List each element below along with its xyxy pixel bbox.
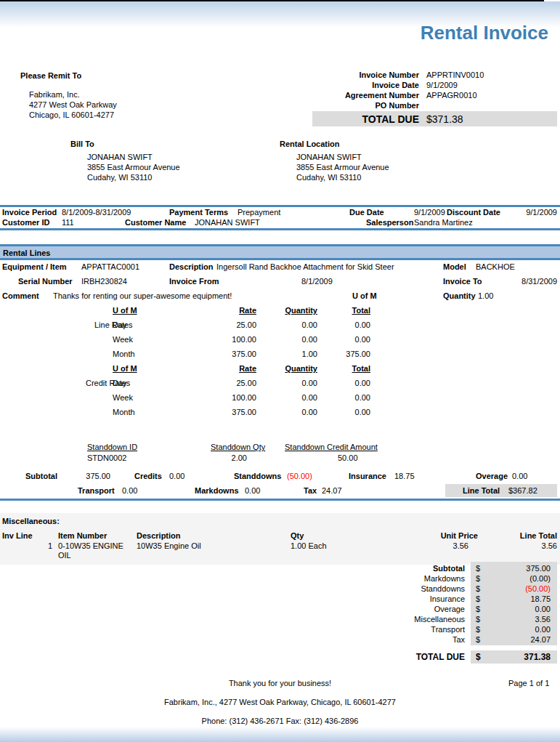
invoice-number-value: APPRTINV0010 (426, 70, 484, 79)
misc-col-description: Description (137, 531, 181, 540)
totals-label: Markdowns (320, 574, 465, 583)
totals-value: 0.00 (479, 605, 551, 613)
rental-lines-section-title: Rental Lines (3, 249, 50, 257)
comment-value: Thanks for renting our super-awesome equ… (53, 291, 232, 300)
misc-col-inv-line: Inv Line (2, 531, 33, 540)
agreement-number-label: Agreement Number (291, 91, 419, 100)
misc-row-inv-line: 1 (29, 541, 52, 550)
remit-company: Fabrikam, Inc. (29, 90, 80, 99)
misc-row-description: 10W35 Engine Oil (137, 541, 201, 550)
misc-col-item-number: Item Number (58, 531, 107, 540)
equipment-item-label: Equipment / Item (2, 262, 67, 271)
credit-rate-qty: 0.00 (267, 408, 317, 416)
credit-rates-col-quantity: Quantity (267, 364, 317, 373)
line-standdowns-label: Standdowns (234, 472, 281, 480)
customer-id-value: 111 (62, 218, 74, 227)
line-rate-qty: 0.00 (267, 320, 317, 329)
customer-id-label: Customer ID (2, 218, 49, 227)
standdown-credit-value: 50.00 (338, 453, 358, 462)
rental-invoice-page: Rental Invoice Please Remit To Fabrikam,… (0, 0, 560, 742)
credit-rates-col-total: Total (320, 364, 370, 373)
standdown-qty-header: Standdown Qty (211, 443, 265, 451)
standdown-credit-header: Standdown Credit Amount (285, 443, 378, 451)
totals-label: Standdowns (320, 584, 465, 593)
serial-number-value: IRBH230824 (81, 277, 127, 286)
totals-value: 0.00 (479, 625, 551, 634)
line-rate-uom: Month (113, 350, 135, 358)
standdown-qty-value: 2.00 (203, 453, 247, 462)
page-number: Page 1 of 1 (508, 679, 549, 687)
totals-label: Insurance (320, 594, 465, 603)
bill-to-city: Cudahy, WI 53110 (87, 173, 152, 182)
totals-value: 24.07 (479, 635, 551, 644)
comment-label: Comment (2, 291, 39, 300)
line-tax-label: Tax (304, 486, 317, 495)
remit-city: Chicago, IL 60601-4277 (29, 110, 114, 119)
bill-to-name: JONAHAN SWIFT (87, 153, 153, 161)
credit-rate-uom: Week (113, 393, 133, 402)
total-due-top-label: TOTAL DUE (312, 113, 419, 125)
line-overage-value: 0.00 (512, 472, 527, 480)
footer-phone-fax: Phone: (312) 436-2671 Fax: (312) 436-289… (0, 717, 560, 725)
misc-row-line-total: 3.56 (506, 541, 557, 550)
grand-total-due-value: 371.38 (479, 652, 551, 662)
quantity-header-value: 1.00 (478, 291, 493, 300)
due-date-label: Due Date (349, 208, 384, 217)
line-transport-value: 0.00 (122, 486, 137, 495)
credit-rate-uom: Month (113, 408, 135, 416)
totals-value: (50.00) (479, 584, 551, 593)
rental-location-city: Cudahy, WI 53110 (296, 173, 361, 182)
description-label: Description (169, 262, 214, 271)
credit-rates-col-uofm: U of M (113, 364, 137, 373)
line-rate-uom: Day (113, 320, 127, 329)
payment-terms-value: Prepayment (238, 208, 280, 217)
customer-name-value: JONAHAN SWIFT (195, 218, 260, 227)
footer-gradient-bar (0, 727, 560, 742)
quantity-header-label: Quantity (443, 291, 476, 300)
misc-col-unit-price: Unit Price (427, 531, 478, 540)
line-insurance-value: 18.75 (394, 472, 415, 480)
line-rate-total: 375.00 (320, 350, 370, 358)
model-label: Model (443, 262, 466, 271)
uofm-header-label: U of M (352, 291, 377, 300)
line-rate-total: 0.00 (320, 335, 370, 344)
credit-rate-rate: 375.00 (206, 408, 256, 416)
equipment-item-value: APPATTAC0001 (81, 262, 139, 271)
line-subtotal-value: 375.00 (67, 472, 110, 480)
misc-row-qty: 1.00 Each (291, 541, 327, 550)
rental-lines-section-header: Rental Lines (0, 244, 560, 260)
line-rates-col-uofm: U of M (113, 306, 137, 315)
totals-label: Miscellaneous (320, 615, 465, 624)
totals-value: 375.00 (479, 564, 551, 573)
footer-thanks: Thank you for your business! (0, 679, 560, 687)
due-date-value: 9/1/2009 (414, 208, 445, 217)
misc-col-line-total: Line Total (506, 531, 557, 540)
invoice-date-label: Invoice Date (291, 81, 419, 89)
misc-row-item-number: 0-10W35 ENGINE OIL (58, 541, 131, 560)
credit-rate-qty: 0.00 (267, 393, 317, 402)
line-rate-qty: 0.00 (267, 335, 317, 344)
model-value: BACKHOE (476, 262, 515, 271)
line-transport-label: Transport (78, 486, 115, 495)
rental-location-name: JONAHAN SWIFT (296, 153, 362, 161)
line-markdowns-value: 0.00 (245, 486, 260, 495)
line-rate-rate: 25.00 (206, 320, 256, 329)
period-band-bottom-rule (0, 228, 560, 230)
rental-location-heading: Rental Location (280, 140, 340, 148)
line-rate-qty: 1.00 (267, 350, 317, 358)
line-tax-value: 24.07 (322, 486, 342, 495)
salesperson-value: Sandra Martinez (414, 218, 473, 227)
serial-number-label: Serial Number (18, 277, 73, 286)
invoice-from-label: Invoice From (169, 277, 219, 286)
standdown-id-header: Standdown ID (87, 443, 137, 451)
line-total-band: Line Total $367.82 (445, 484, 557, 497)
invoice-period-value: 8/1/2009-8/31/2009 (62, 208, 131, 217)
totals-label: Overage (320, 605, 465, 613)
line-insurance-label: Insurance (349, 472, 386, 480)
page-title: Rental Invoice (421, 22, 548, 44)
totals-value: 18.75 (479, 594, 551, 603)
total-due-top-band: TOTAL DUE $371.38 (312, 111, 557, 126)
remit-street: 4277 West Oak Parkway (29, 100, 117, 109)
total-due-top-value: $371.38 (426, 113, 463, 125)
line-subtotal-label: Subtotal (25, 472, 57, 480)
